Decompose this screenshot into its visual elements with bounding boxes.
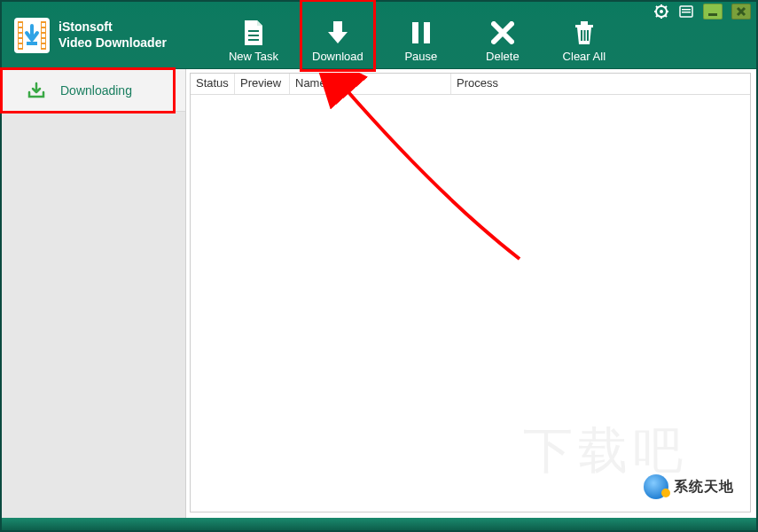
globe-icon — [644, 474, 668, 499]
sidebar: Downloading — [2, 69, 186, 518]
download-arrow-icon — [324, 18, 351, 48]
column-headers: Status Preview Name Process — [191, 74, 750, 95]
gear-icon — [654, 4, 668, 19]
card-icon — [679, 5, 693, 18]
svg-line-34 — [656, 15, 658, 17]
svg-line-31 — [656, 6, 658, 8]
trash-icon — [573, 18, 596, 48]
toolbar: New Task Download — [229, 2, 608, 68]
svg-rect-5 — [19, 34, 22, 37]
svg-rect-12 — [42, 44, 45, 48]
svg-rect-24 — [587, 30, 589, 41]
svg-rect-7 — [19, 44, 22, 48]
body-area: Downloading Status Preview Name Process … — [2, 69, 756, 518]
document-icon — [242, 18, 265, 48]
svg-rect-6 — [19, 39, 22, 43]
column-header-preview[interactable]: Preview — [235, 74, 290, 94]
svg-rect-4 — [19, 28, 22, 32]
svg-rect-18 — [412, 22, 418, 43]
app-header: iStonsoft Video Downloader New Task — [2, 2, 756, 69]
app-title: iStonsoft Video Downloader — [59, 20, 167, 51]
svg-rect-20 — [575, 25, 593, 27]
column-header-process[interactable]: Process — [451, 74, 750, 94]
window-controls — [653, 4, 751, 20]
svg-rect-10 — [42, 34, 45, 37]
download-list-empty — [191, 95, 750, 512]
bottom-border — [2, 518, 756, 530]
svg-rect-15 — [248, 35, 259, 36]
sidebar-downloading-label: Downloading — [60, 83, 132, 98]
watermark-badge: 系统天地 — [644, 474, 734, 499]
svg-rect-16 — [248, 39, 259, 41]
column-header-name[interactable]: Name — [290, 74, 451, 94]
svg-rect-3 — [19, 23, 22, 27]
pause-button[interactable]: Pause — [397, 12, 445, 63]
minimize-button[interactable] — [703, 4, 723, 20]
svg-rect-11 — [42, 39, 45, 43]
sidebar-item-downloading[interactable]: Downloading — [2, 69, 185, 112]
svg-rect-8 — [42, 23, 45, 27]
svg-rect-23 — [583, 30, 585, 41]
film-download-icon — [17, 20, 47, 51]
app-window: iStonsoft Video Downloader New Task — [0, 0, 758, 532]
download-button[interactable]: Download — [312, 12, 363, 63]
svg-rect-17 — [333, 21, 342, 32]
svg-rect-22 — [581, 30, 582, 41]
download-label: Download — [312, 50, 363, 63]
svg-rect-13 — [27, 42, 37, 45]
new-task-button[interactable]: New Task — [229, 12, 278, 63]
new-task-label: New Task — [229, 50, 278, 63]
clear-all-label: Clear All — [563, 50, 606, 63]
svg-line-33 — [665, 6, 667, 8]
minimize-icon — [707, 6, 718, 17]
delete-label: Delete — [486, 50, 520, 63]
close-icon — [736, 6, 746, 17]
svg-rect-38 — [708, 13, 717, 16]
svg-rect-37 — [682, 12, 691, 13]
app-title-line2: Video Downloader — [59, 35, 167, 51]
svg-rect-19 — [424, 22, 430, 43]
svg-rect-21 — [581, 21, 588, 25]
register-button[interactable] — [678, 4, 694, 20]
svg-line-32 — [665, 15, 667, 17]
close-button[interactable] — [731, 4, 751, 20]
clear-all-button[interactable]: Clear All — [560, 12, 608, 63]
download-tray-icon — [27, 81, 46, 100]
column-header-status[interactable]: Status — [191, 74, 235, 94]
app-logo — [14, 18, 50, 53]
svg-rect-9 — [42, 28, 45, 32]
pause-icon — [410, 18, 432, 48]
watermark-text: 系统天地 — [674, 478, 734, 497]
app-title-line1: iStonsoft — [59, 20, 167, 35]
svg-point-26 — [660, 10, 663, 13]
svg-rect-36 — [682, 9, 691, 11]
main-list-area: Status Preview Name Process 下载吧 系统天地 — [190, 73, 751, 512]
settings-button[interactable] — [653, 4, 669, 20]
pause-label: Pause — [404, 50, 437, 63]
close-x-icon — [491, 18, 514, 48]
delete-button[interactable]: Delete — [479, 12, 527, 63]
svg-rect-14 — [248, 30, 259, 32]
